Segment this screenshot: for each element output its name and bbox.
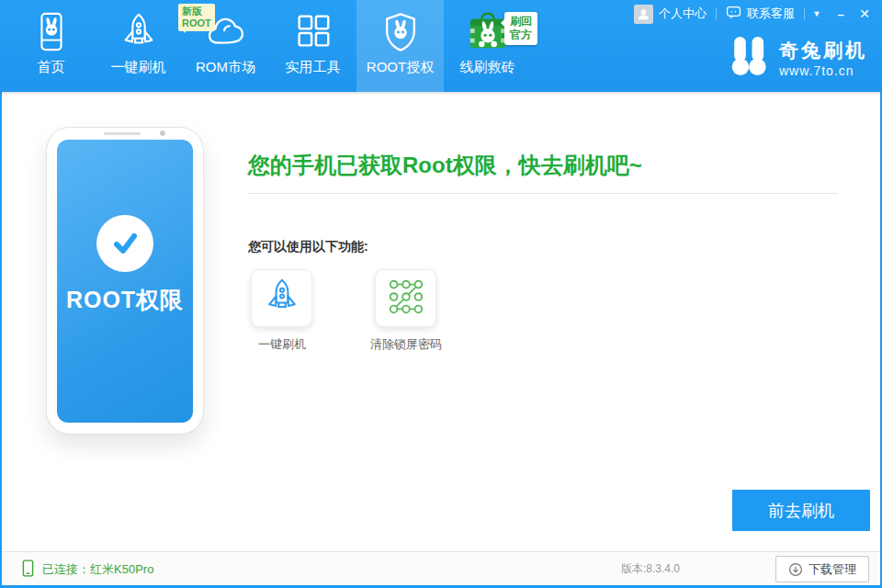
header: 首页 一键刷机	[0, 0, 882, 92]
rescue-bag-icon	[467, 10, 509, 54]
download-icon	[788, 562, 803, 577]
avatar-icon	[634, 5, 653, 24]
phone-illustration: ROOT权限	[46, 127, 204, 435]
tab-utilities[interactable]: 实用工具	[269, 0, 356, 92]
minimize-icon[interactable]: –	[829, 0, 853, 28]
success-check-icon	[96, 215, 153, 272]
app-window: 首页 一键刷机	[0, 0, 882, 588]
rocket-icon	[262, 277, 302, 321]
download-manager-button[interactable]: 下载管理	[775, 556, 869, 582]
feature-card-clear-lockscreen[interactable]	[375, 269, 436, 327]
tab-root-label: ROOT授权	[367, 59, 434, 76]
chat-bubble-icon	[726, 5, 741, 23]
features-heading: 您可以使用以下功能:	[248, 239, 368, 255]
brand-logo: 奇兔刷机 www.7to.cn	[729, 37, 867, 79]
contact-support-label: 联系客服	[747, 6, 795, 22]
download-label: 下载管理	[808, 561, 856, 578]
tab-tools-label: 实用工具	[286, 59, 341, 76]
version-label: 版本:8.3.4.0	[621, 552, 680, 586]
close-icon[interactable]: ✕	[853, 0, 876, 28]
nav-tabs: 首页 一键刷机	[7, 0, 531, 92]
tab-home[interactable]: 首页	[7, 0, 95, 92]
connected-phone-icon	[22, 560, 34, 580]
page-title: 您的手机已获取Root权限，快去刷机吧~	[248, 151, 642, 180]
rocket-icon	[118, 10, 160, 54]
grid-icon	[292, 10, 334, 54]
phone-screen: ROOT权限	[57, 140, 193, 423]
new-root-badge: 新版 ROOT	[178, 4, 215, 31]
main-content: ROOT权限 您的手机已获取Root权限，快去刷机吧~ 您可以使用以下功能:	[2, 92, 880, 551]
titlebar: 个人中心 联系客服 ▼ – ✕	[625, 0, 876, 28]
connection-status: 已连接：红米K50Pro	[22, 552, 153, 586]
root-permission-label: ROOT权限	[66, 285, 184, 315]
go-flash-button[interactable]: 前去刷机	[732, 490, 870, 531]
phone-speaker	[104, 132, 141, 135]
flash-back-official-badge: 刷回 官方	[504, 12, 537, 45]
tab-flash-label: 一键刷机	[111, 59, 166, 76]
feature-label-clear-lock: 清除锁屏密码	[352, 336, 460, 353]
menu-caret-icon[interactable]: ▼	[805, 0, 829, 28]
shield-rabbit-icon	[379, 10, 422, 54]
feature-label-flash: 一键刷机	[228, 336, 336, 353]
phone-camera-dot	[160, 130, 165, 136]
pattern-lock-icon	[385, 276, 427, 322]
rabbit-logo-icon	[729, 37, 770, 79]
tab-home-label: 首页	[38, 59, 65, 76]
user-center-label: 个人中心	[659, 6, 707, 22]
tab-one-click-flash[interactable]: 一键刷机	[95, 0, 182, 92]
home-icon	[30, 10, 73, 54]
tab-rescue-label: 线刷救砖	[460, 59, 515, 76]
user-center-button[interactable]: 个人中心	[625, 0, 716, 28]
logo-url: www.7to.cn	[779, 63, 867, 78]
connection-text: 已连接：红米K50Pro	[42, 561, 153, 578]
tab-rom-label: ROM市场	[196, 59, 255, 76]
contact-support-button[interactable]: 联系客服	[717, 0, 804, 28]
status-bar: 已连接：红米K50Pro 版本:8.3.4.0 下载管理	[2, 551, 880, 585]
divider	[248, 193, 838, 194]
logo-title: 奇兔刷机	[779, 38, 867, 63]
feature-card-one-click-flash[interactable]	[251, 269, 312, 327]
tab-root-auth[interactable]: ROOT授权	[356, 0, 444, 92]
